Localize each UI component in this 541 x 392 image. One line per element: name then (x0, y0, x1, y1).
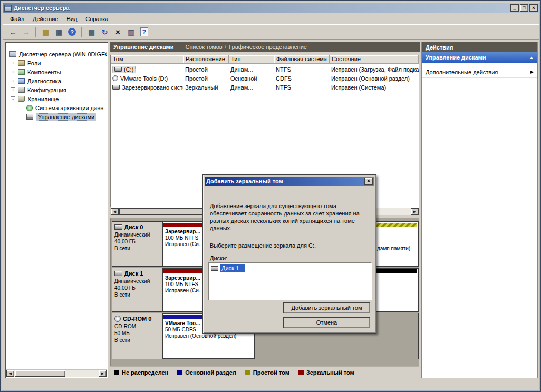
disk-name: Диск 0 (124, 224, 143, 230)
volume-status: Исправен (Система) (331, 83, 419, 92)
export-list-icon[interactable]: ▤ (40, 26, 52, 38)
volume-location: Простой (185, 65, 229, 74)
column-header-type[interactable]: Тип (229, 55, 274, 64)
server-manager-window: Диспетчер сервера _ □ × Файл Действие Ви… (0, 0, 541, 392)
refresh-icon[interactable]: ↻ (99, 26, 111, 38)
help-icon[interactable]: ? (66, 26, 78, 38)
tree-item-label-selected: Управление дисками (36, 113, 96, 121)
volume-name: Зарезервировано системой (122, 84, 183, 91)
disk0-label[interactable]: Диск 0 Динамический 40,00 ГБ В сети (112, 222, 162, 266)
volume-row-system-reserved[interactable]: Зарезервировано системой Зеркальный Дина… (111, 83, 419, 92)
scrollbar-thumb[interactable] (15, 370, 65, 377)
scroll-right-icon[interactable]: ▶ (99, 370, 107, 377)
toolbar-separator (35, 27, 36, 37)
volume-type: Основной (230, 74, 274, 83)
disk1-label[interactable]: Диск 1 Динамический 40,00 ГБ В сети (112, 268, 162, 311)
help-topics-icon[interactable]: ? (138, 26, 150, 38)
console-window-icon[interactable]: ▦ (53, 26, 65, 38)
collapse-icon[interactable]: ▲ (529, 55, 534, 60)
volume-row-vmware-tools[interactable]: VMware Tools (D:) Простой Основной CDFS … (111, 74, 419, 83)
tree-item-features[interactable]: + Компоненты (6, 67, 107, 76)
disk-size: 40,00 ГБ (114, 238, 160, 245)
tree-item-storage[interactable]: - Хранилище (6, 94, 107, 103)
legend-label: Основной раздел (185, 369, 236, 376)
delete-icon[interactable]: × (112, 26, 124, 38)
column-header-filesystem[interactable]: Файловая система (274, 55, 330, 64)
scroll-left-icon[interactable]: ◀ (111, 208, 119, 215)
legend-color-unallocated (114, 370, 119, 375)
disk-icon (114, 224, 122, 230)
action-disk-management[interactable]: Управление дисками ▲ (422, 52, 537, 63)
disks-listbox[interactable]: Диск 1 (208, 262, 372, 300)
listbox-item-disk1[interactable]: Диск 1 (210, 264, 370, 272)
volume-status: Исправен (Загрузка, Файл подка (331, 65, 419, 74)
legend-color-simple (245, 370, 250, 375)
tree-horizontal-scrollbar[interactable]: ◀ ▶ (6, 369, 107, 377)
actions-panel: Действия Управление дисками ▲ Дополнител… (421, 42, 538, 378)
legend-color-mirror (298, 370, 304, 375)
menu-help[interactable]: Справка (81, 15, 112, 23)
volume-filesystem: NTFS (276, 65, 329, 74)
tree-item-disk-management[interactable]: Управление дисками (6, 112, 107, 121)
expand-minus-icon[interactable]: - (11, 96, 15, 101)
window-bottom-edge (3, 378, 539, 390)
expand-plus-icon[interactable]: + (11, 70, 15, 74)
server-icon (9, 51, 16, 57)
dialog-close-icon[interactable]: × (364, 178, 373, 185)
disk-icon (114, 271, 122, 276)
roles-icon (18, 60, 25, 66)
new-window-icon[interactable]: ▦ (85, 26, 98, 38)
column-header-status[interactable]: Состояние (330, 55, 419, 64)
dialog-titlebar[interactable]: Добавить зеркальный том × (205, 177, 374, 186)
configuration-icon (18, 87, 25, 93)
titlebar[interactable]: Диспетчер сервера _ □ × (3, 3, 539, 13)
properties-icon[interactable]: ▥ (125, 26, 137, 38)
menu-view[interactable]: Вид (62, 15, 81, 23)
disk-type: CD-ROM (114, 323, 160, 330)
menu-action[interactable]: Действие (28, 15, 62, 23)
scroll-right-icon[interactable]: ▶ (411, 208, 419, 215)
tree-item-configuration[interactable]: + Конфигурация (6, 85, 107, 94)
add-mirror-button[interactable]: Добавить зеркальный том (283, 302, 370, 313)
disk-status: В сети (114, 291, 160, 298)
action-label: Дополнительные действия (426, 69, 498, 75)
maximize-button[interactable]: □ (520, 4, 528, 12)
action-more-actions[interactable]: Дополнительные действия ▶ (422, 66, 537, 78)
add-mirror-dialog: Добавить зеркальный том × Добавление зер… (202, 174, 376, 334)
legend-label: Не распределен (122, 369, 168, 376)
disk-icon (211, 266, 218, 271)
tree-item-diagnostics[interactable]: + Диагностика (6, 76, 107, 85)
cdrom-label[interactable]: CD-ROM 0 CD-ROM 50 МБ В сети (112, 313, 162, 359)
menu-file[interactable]: Файл (6, 15, 28, 23)
selected-cell: (C:) (112, 66, 136, 73)
cancel-button[interactable]: Отмена (283, 317, 370, 328)
minimize-button[interactable]: _ (510, 4, 519, 12)
tree-item-roles[interactable]: + Роли (6, 58, 107, 67)
expand-plus-icon[interactable]: + (11, 79, 15, 83)
forward-icon[interactable]: → (20, 26, 32, 38)
legend-mirror: Зеркальный том (298, 369, 354, 376)
diagnostics-icon (18, 78, 25, 84)
volume-row-c[interactable]: (C:) Простой Динам... NTFS Исправен (Заг… (111, 65, 419, 74)
volume-name: VMware Tools (D:) (120, 75, 168, 82)
expand-plus-icon[interactable]: + (11, 61, 15, 65)
disk-status: В сети (114, 337, 160, 344)
legend-bar: Не распределен Основной раздел Простой т… (110, 366, 419, 378)
console-tree-panel: Диспетчер сервера (WIN-0DIGEO + Роли + К… (5, 42, 108, 378)
console-tree: Диспетчер сервера (WIN-0DIGEO + Роли + К… (6, 43, 107, 369)
tree-item-backup[interactable]: Система архивации данн (6, 103, 107, 112)
disk-name: Диск 1 (124, 270, 143, 277)
volume-filesystem: NTFS (276, 83, 329, 92)
storage-icon (18, 96, 25, 102)
volume-type: Динам... (230, 83, 274, 92)
column-header-volume[interactable]: Том (111, 55, 183, 64)
dialog-prompt: Выберите размещение зеркала для C:. (210, 242, 316, 249)
volume-cd-icon (112, 75, 118, 81)
volume-name: (C:) (124, 66, 133, 73)
scroll-left-icon[interactable]: ◀ (6, 370, 14, 377)
tree-item-server-manager[interactable]: Диспетчер сервера (WIN-0DIGEO (6, 50, 107, 58)
back-icon[interactable]: ← (7, 26, 19, 38)
close-button[interactable]: × (529, 4, 538, 12)
column-header-location[interactable]: Расположение (183, 55, 229, 64)
expand-plus-icon[interactable]: + (11, 87, 15, 92)
